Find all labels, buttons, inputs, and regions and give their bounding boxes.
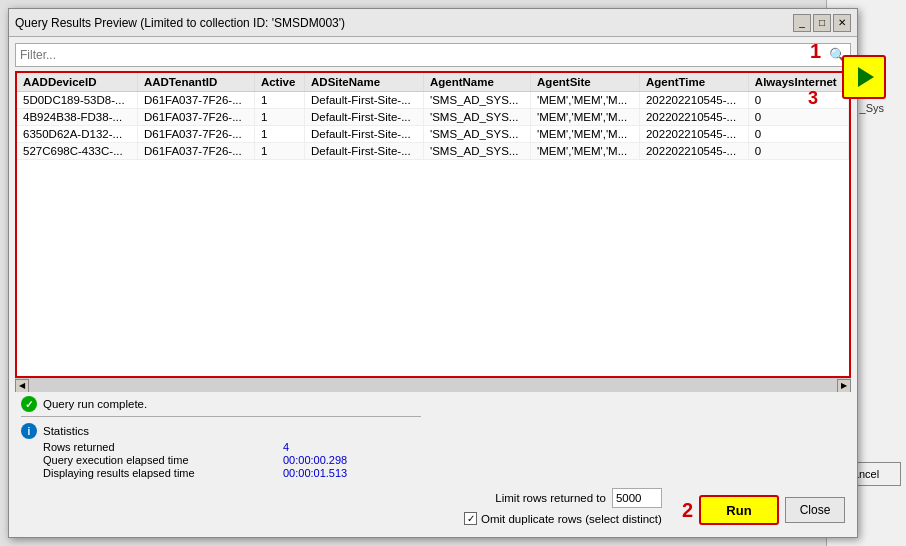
badge-1: 1 bbox=[810, 40, 821, 63]
table-cell: 1 bbox=[254, 92, 304, 109]
table-cell: 5D0DC189-53D8-... bbox=[17, 92, 137, 109]
desktop-background: ancel 1 _Sys 3 Query Results Preview (Li… bbox=[0, 0, 906, 546]
scroll-left-button[interactable]: ◀ bbox=[15, 379, 29, 393]
col-header-agentsite: AgentSite bbox=[531, 73, 640, 92]
col-header-active: Active bbox=[254, 73, 304, 92]
close-button[interactable]: Close bbox=[785, 497, 845, 523]
limit-controls: Limit rows returned to ✓ Omit duplicate … bbox=[464, 488, 662, 525]
table-cell: 6350D62A-D132-... bbox=[17, 126, 137, 143]
col-header-aadtenantid: AADTenantID bbox=[137, 73, 254, 92]
table-body: 5D0DC189-53D8-...D61FA037-7F26-...1Defau… bbox=[17, 92, 849, 160]
elapsed-value: 00:00:00.298 bbox=[283, 454, 347, 466]
filter-bar: 🔍 bbox=[15, 43, 851, 67]
rows-returned-row: Rows returned 4 bbox=[43, 441, 845, 453]
table-cell: 202202210545-... bbox=[639, 126, 748, 143]
limit-line: Limit rows returned to bbox=[495, 488, 662, 508]
table-cell: Default-First-Site-... bbox=[305, 143, 424, 160]
col-header-alwaysinternet: AlwaysInternet bbox=[748, 73, 848, 92]
table-cell: 202202210545-... bbox=[639, 109, 748, 126]
play-icon bbox=[858, 67, 874, 87]
run-button-label: Run bbox=[726, 503, 751, 518]
status-info-icon: i bbox=[21, 423, 37, 439]
status-complete-row: ✓ Query run complete. bbox=[21, 396, 845, 412]
limit-input[interactable] bbox=[612, 488, 662, 508]
table-cell: 0 bbox=[748, 143, 848, 160]
table-row: 4B924B38-FD38-...D61FA037-7F26-...1Defau… bbox=[17, 109, 849, 126]
scroll-right-button[interactable]: ▶ bbox=[837, 379, 851, 393]
scroll-track[interactable] bbox=[29, 379, 837, 393]
table-cell: Default-First-Site-... bbox=[305, 92, 424, 109]
display-elapsed-value: 00:00:01.513 bbox=[283, 467, 347, 479]
table-cell: 1 bbox=[254, 143, 304, 160]
table-row: 6350D62A-D132-...D61FA037-7F26-...1Defau… bbox=[17, 126, 849, 143]
dialog-title: Query Results Preview (Limited to collec… bbox=[15, 16, 345, 30]
table-cell: 'MEM','MEM','M... bbox=[531, 143, 640, 160]
table-cell: 0 bbox=[748, 109, 848, 126]
table-cell: D61FA037-7F26-... bbox=[137, 109, 254, 126]
elapsed-label: Query execution elapsed time bbox=[43, 454, 263, 466]
rows-returned-label: Rows returned bbox=[43, 441, 263, 453]
statistics-label: Statistics bbox=[43, 425, 89, 437]
status-area: ✓ Query run complete. i Statistics Rows … bbox=[15, 392, 851, 484]
titlebar-buttons: _ □ ✕ bbox=[793, 14, 851, 32]
col-header-agentname: AgentName bbox=[423, 73, 530, 92]
col-header-agenttime: AgentTime bbox=[639, 73, 748, 92]
table-cell: 'SMS_AD_SYS... bbox=[423, 143, 530, 160]
query-results-dialog: Query Results Preview (Limited to collec… bbox=[8, 8, 858, 538]
table-cell: 202202210545-... bbox=[639, 143, 748, 160]
play-button[interactable] bbox=[842, 55, 886, 99]
table-row: 527C698C-433C-...D61FA037-7F26-...1Defau… bbox=[17, 143, 849, 160]
table-cell: 527C698C-433C-... bbox=[17, 143, 137, 160]
table-cell: 202202210545-... bbox=[639, 92, 748, 109]
horizontal-scrollbar[interactable]: ◀ ▶ bbox=[15, 378, 851, 392]
table-cell: 'MEM','MEM','M... bbox=[531, 109, 640, 126]
col-header-aaddeviceid: AADDeviceID bbox=[17, 73, 137, 92]
table-cell: D61FA037-7F26-... bbox=[137, 126, 254, 143]
run-button[interactable]: Run bbox=[699, 495, 779, 525]
table-cell: 1 bbox=[254, 109, 304, 126]
table-cell: 'SMS_AD_SYS... bbox=[423, 126, 530, 143]
table-cell: D61FA037-7F26-... bbox=[137, 143, 254, 160]
table-scroll-wrapper: AADDeviceID AADTenantID Active ADSiteNam… bbox=[15, 71, 851, 392]
table-cell: D61FA037-7F26-... bbox=[137, 92, 254, 109]
table-cell: 0 bbox=[748, 126, 848, 143]
omit-label: Omit duplicate rows (select distinct) bbox=[481, 513, 662, 525]
stats-divider bbox=[21, 416, 421, 417]
sys-label: _Sys bbox=[860, 102, 884, 114]
elapsed-row: Query execution elapsed time 00:00:00.29… bbox=[43, 454, 845, 466]
table-cell: 0 bbox=[748, 92, 848, 109]
table-cell: 'MEM','MEM','M... bbox=[531, 92, 640, 109]
results-table: AADDeviceID AADTenantID Active ADSiteNam… bbox=[17, 73, 849, 160]
table-cell: 'SMS_AD_SYS... bbox=[423, 109, 530, 126]
table-cell: 4B924B38-FD38-... bbox=[17, 109, 137, 126]
omit-checkbox[interactable]: ✓ bbox=[464, 512, 477, 525]
buttons-row: 2 Run Close bbox=[682, 495, 845, 525]
minimize-button[interactable]: _ bbox=[793, 14, 811, 32]
table-header-row: AADDeviceID AADTenantID Active ADSiteNam… bbox=[17, 73, 849, 92]
maximize-button[interactable]: □ bbox=[813, 14, 831, 32]
rows-returned-value: 4 bbox=[283, 441, 289, 453]
badge-2: 2 bbox=[682, 499, 693, 522]
limit-label: Limit rows returned to bbox=[495, 492, 606, 504]
table-cell: Default-First-Site-... bbox=[305, 126, 424, 143]
dialog-body: 🔍 AADDeviceID AADTenantID Active ADSiteN… bbox=[9, 37, 857, 537]
results-table-container[interactable]: AADDeviceID AADTenantID Active ADSiteNam… bbox=[15, 71, 851, 378]
display-elapsed-label: Displaying results elapsed time bbox=[43, 467, 263, 479]
stats-table: Rows returned 4 Query execution elapsed … bbox=[43, 441, 845, 480]
dialog-titlebar: Query Results Preview (Limited to collec… bbox=[9, 9, 857, 37]
status-complete-text: Query run complete. bbox=[43, 398, 147, 410]
table-cell: Default-First-Site-... bbox=[305, 109, 424, 126]
table-cell: 'SMS_AD_SYS... bbox=[423, 92, 530, 109]
table-cell: 1 bbox=[254, 126, 304, 143]
bottom-action-row: Limit rows returned to ✓ Omit duplicate … bbox=[15, 484, 851, 531]
display-elapsed-row: Displaying results elapsed time 00:00:01… bbox=[43, 467, 845, 479]
omit-duplicate-line: ✓ Omit duplicate rows (select distinct) bbox=[464, 512, 662, 525]
table-row: 5D0DC189-53D8-...D61FA037-7F26-...1Defau… bbox=[17, 92, 849, 109]
statistics-row: i Statistics bbox=[21, 423, 845, 439]
table-cell: 'MEM','MEM','M... bbox=[531, 126, 640, 143]
col-header-adsitename: ADSiteName bbox=[305, 73, 424, 92]
status-ok-icon: ✓ bbox=[21, 396, 37, 412]
close-dialog-button[interactable]: ✕ bbox=[833, 14, 851, 32]
close-button-label: Close bbox=[800, 503, 831, 517]
filter-input[interactable] bbox=[20, 48, 829, 62]
